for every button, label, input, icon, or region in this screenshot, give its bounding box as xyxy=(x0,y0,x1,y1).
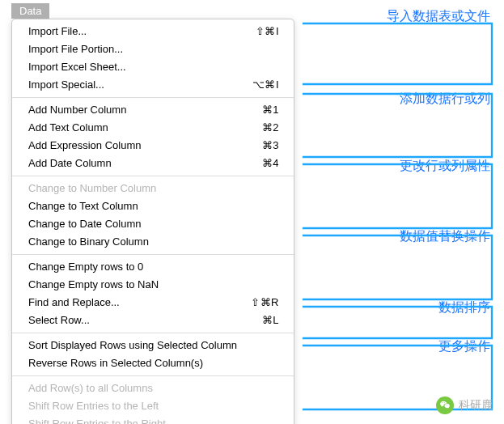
bracket-icon xyxy=(303,305,497,341)
menu-item-label: Add Text Column xyxy=(28,121,108,135)
menu-item[interactable]: Import Special...⌥⌘I xyxy=(12,76,294,94)
menu-item-label: Reverse Rows in Selected Column(s) xyxy=(28,356,203,371)
menu-item[interactable]: Import File Portion... xyxy=(12,40,294,58)
menu-item: Change to Number Column xyxy=(12,180,294,197)
annotation-group: 更改行或列属性 xyxy=(303,158,497,178)
menu-item-label: Add Row(s) to all Columns xyxy=(28,381,153,396)
bracket-icon xyxy=(303,22,497,87)
menu-item[interactable]: Find and Replace...⇧⌘R xyxy=(12,294,294,312)
menu-item[interactable]: Add Expression Column⌘3 xyxy=(12,137,294,155)
data-menu: Data Import File...⇧⌘IImport File Portio… xyxy=(11,3,294,424)
menu-item-label: Change to Text Column xyxy=(28,199,138,214)
menu-item-label: Import Special... xyxy=(28,78,104,92)
menu-item-label: Shift Row Entries to the Left xyxy=(28,399,159,413)
bracket-icon xyxy=(303,163,497,231)
annotation-group: 数据排序 xyxy=(303,299,497,320)
menu-item-shortcut: ⇧⌘R xyxy=(251,295,279,310)
menu-item: Shift Row Entries to the Right xyxy=(12,415,294,424)
menu-item-shortcut: ⌘1 xyxy=(262,103,279,117)
menu-item[interactable]: Change to Binary Column xyxy=(12,233,294,251)
menu-item-label: Sort Displayed Rows using Selected Colum… xyxy=(28,338,237,353)
menu-item-label: Change to Binary Column xyxy=(28,235,149,249)
menu-separator xyxy=(12,97,294,98)
menu-item[interactable]: Sort Displayed Rows using Selected Colum… xyxy=(12,337,294,354)
menu-item[interactable]: Import File...⇧⌘I xyxy=(12,23,294,40)
menu-title: Data xyxy=(11,3,49,19)
watermark: 科研鹿 xyxy=(436,396,493,414)
menu-separator xyxy=(12,176,294,176)
menu-separator xyxy=(12,254,294,255)
menu-item-shortcut: ⌘3 xyxy=(262,138,279,153)
menu-item-label: Import File... xyxy=(28,24,87,39)
menu-item[interactable]: Add Date Column⌘4 xyxy=(12,155,294,172)
menu-item[interactable]: Change Empty rows to 0 xyxy=(12,258,294,276)
menu-item-label: Select Row... xyxy=(28,313,90,328)
menu-separator xyxy=(12,375,294,376)
bracket-icon xyxy=(303,234,497,303)
annotation-group: 添加数据行或列 xyxy=(303,91,497,111)
menu-item: Shift Row Entries to the Left xyxy=(12,397,294,415)
menu-item-label: Change Empty rows to NaN xyxy=(28,278,159,292)
annotation-group: 导入数据表或文件 xyxy=(303,8,497,28)
menu-item-label: Change to Number Column xyxy=(28,181,156,196)
menu-item-shortcut: ⌥⌘I xyxy=(252,78,279,92)
menu-item-label: Add Date Column xyxy=(28,156,112,171)
menu-item-label: Add Expression Column xyxy=(28,138,141,153)
menu-item-label: Add Number Column xyxy=(28,103,126,117)
menu-item-label: Change to Date Column xyxy=(28,217,141,231)
menu-item[interactable]: Add Text Column⌘2 xyxy=(12,119,294,137)
bracket-icon xyxy=(303,92,497,160)
menu-item[interactable]: Change to Date Column xyxy=(12,215,294,233)
menu-item[interactable]: Select Row...⌘L xyxy=(12,312,294,329)
annotation-group: 数据值替换操作 xyxy=(303,228,497,248)
menu-item-label: Shift Row Entries to the Right xyxy=(28,417,166,424)
menu-item[interactable]: Import Excel Sheet... xyxy=(12,58,294,76)
wechat-icon xyxy=(436,396,454,414)
menu-item-shortcut: ⇧⌘I xyxy=(256,24,279,39)
menu-item[interactable]: Add Number Column⌘1 xyxy=(12,101,294,119)
menu-item-shortcut: ⌘4 xyxy=(262,156,279,171)
menu-item-shortcut: ⌘2 xyxy=(262,121,279,135)
menu-item: Add Row(s) to all Columns xyxy=(12,379,294,397)
menu-item[interactable]: Change Empty rows to NaN xyxy=(12,276,294,294)
annotation-group: 更多操作 xyxy=(303,338,497,358)
menu-item-label: Import File Portion... xyxy=(28,42,123,57)
watermark-text: 科研鹿 xyxy=(459,398,493,413)
menu-item[interactable]: Change to Text Column xyxy=(12,197,294,215)
menu-item-label: Import Excel Sheet... xyxy=(28,60,126,74)
menu-separator xyxy=(12,333,294,333)
menu-item[interactable]: Reverse Rows in Selected Column(s) xyxy=(12,354,294,372)
menu-item-label: Change Empty rows to 0 xyxy=(28,260,143,274)
menu-item-label: Find and Replace... xyxy=(28,295,120,310)
menu-body: Import File...⇧⌘IImport File Portion...I… xyxy=(11,19,294,424)
menu-item-shortcut: ⌘L xyxy=(262,313,279,328)
